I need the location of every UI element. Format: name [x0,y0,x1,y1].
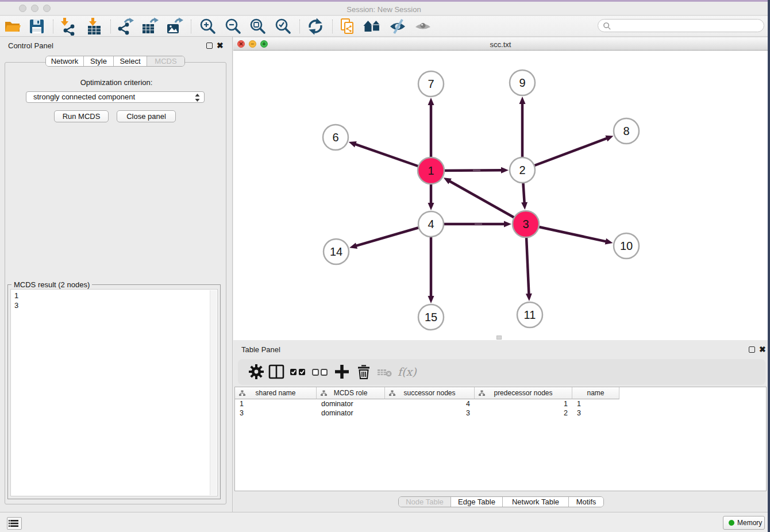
open-file-icon[interactable] [3,17,22,36]
graph-node-label: 15 [425,311,437,323]
table-panel: Table Panel ✖ f(x) [233,340,768,512]
table-cell[interactable]: 1 [475,399,572,408]
main-toolbar [0,16,768,37]
task-history-button[interactable] [7,517,22,530]
settings-gear-icon[interactable] [248,363,265,380]
graph-node-label: 6 [332,131,338,144]
table-panel-title: Table Panel [241,345,280,354]
save-session-icon[interactable] [28,17,46,36]
export-image-icon[interactable] [165,17,184,36]
search-input[interactable] [598,19,764,32]
mcds-result-title: MCDS result (2 nodes) [11,280,92,289]
column-header-label: shared name [255,389,295,397]
deselect-all-rows-icon[interactable] [311,363,328,380]
column-header-shared-name[interactable]: shared name [235,387,317,399]
column-header-MCDS-role[interactable]: MCDS role [317,387,385,399]
table-cell[interactable]: 3 [385,408,475,418]
network-graph: 1234678910111415 [233,51,768,340]
table-cell[interactable]: 3 [235,408,317,418]
column-header-label: name [587,389,604,397]
column-header-predecessor-nodes[interactable]: predecessor nodes [475,387,572,399]
table-header-row: shared nameMCDS rolesuccessor nodesprede… [235,387,619,399]
import-network-icon[interactable] [59,17,77,36]
clone-network-icon[interactable] [338,17,357,36]
column-header-successor-nodes[interactable]: successor nodes [385,387,475,399]
run-mcds-button[interactable]: Run MCDS [54,110,109,122]
export-table-icon[interactable] [141,17,159,36]
column-header-name[interactable]: name [572,387,619,399]
network-window-titlebar: ✕ − + scc.txt [233,38,768,51]
table-cell[interactable]: 1 [235,399,317,408]
table-toolbar: f(x) [238,359,765,385]
mcds-result-values: 1 3 [14,291,18,310]
tab-node-table[interactable]: Node Table [399,497,451,507]
table-cell[interactable]: dominator [317,399,385,408]
table-cell[interactable]: 4 [385,399,475,408]
graph-node-label: 10 [620,240,633,252]
select-all-rows-icon[interactable] [289,363,306,380]
graph-node-label: 3 [522,218,529,230]
toolbar-separator [191,20,191,33]
toolbar-separator [110,20,111,33]
table-cell[interactable]: dominator [317,408,385,418]
toolbar-separator [332,20,333,33]
table-row[interactable]: 1dominator411 [235,399,619,408]
table-cell[interactable]: 3 [572,408,619,418]
memory-status-icon [729,520,734,526]
export-network-icon[interactable] [116,17,134,36]
control-panel: Control Panel ✖ Network Style Select MCD… [0,37,233,512]
zoom-selected-icon[interactable] [274,17,292,36]
graph-node-label: 8 [623,125,629,137]
table-cell[interactable]: 1 [572,399,619,408]
graph-node-label: 14 [330,245,342,258]
refresh-icon[interactable] [306,17,325,36]
function-builder-icon[interactable]: f(x) [398,363,421,380]
home-icon[interactable] [363,17,382,36]
control-panel-title: Control Panel [8,41,53,50]
hide-panel-icon[interactable] [388,17,407,36]
memory-button[interactable]: Memory [723,516,765,530]
canvas-resize-grip[interactable] [496,336,502,340]
zoom-in-icon[interactable] [199,17,217,36]
import-table-icon[interactable] [85,17,103,36]
tab-network[interactable]: Network [46,56,83,66]
tab-network-table[interactable]: Network Table [502,497,568,507]
column-layout-icon[interactable] [268,363,285,380]
mcds-result-area[interactable]: 1 3 [10,289,218,496]
status-bar: Memory [0,512,768,532]
close-panel-button[interactable]: Close panel [117,110,176,122]
optimization-criterion-select[interactable]: strongly connected component [26,91,205,103]
zoom-out-icon[interactable] [224,17,242,36]
desktop-edge-right [768,0,770,532]
float-table-panel-icon[interactable] [749,346,755,353]
show-panel-icon[interactable] [414,17,432,36]
network-view-window: ✕ − + scc.txt 1234678910111415 [233,38,768,340]
add-column-icon[interactable] [333,363,351,380]
network-canvas[interactable]: 1234678910111415 [233,51,768,340]
tab-edge-table[interactable]: Edge Table [451,497,502,507]
optimization-criterion-label: Optimization criterion: [0,78,233,87]
graph-node-label: 1 [428,164,434,177]
tab-style[interactable]: Style [83,56,113,66]
tab-mcds[interactable]: MCDS [147,56,184,66]
tab-motifs[interactable]: Motifs [568,497,603,507]
graph-node-label: 9 [519,76,525,89]
float-panel-icon[interactable] [206,43,213,49]
window-titlebar: Session: New Session [0,2,768,16]
tab-select[interactable]: Select [113,56,147,66]
close-table-panel-icon[interactable]: ✖ [759,346,766,353]
result-scrollbar[interactable] [210,290,217,495]
delete-column-icon[interactable] [376,363,394,380]
delete-row-icon[interactable] [355,363,372,380]
table-panel-tabs: Node Table Edge Table Network Table Moti… [398,496,604,507]
application-window: Session: New Session [0,0,770,532]
node-table: shared nameMCDS rolesuccessor nodesprede… [234,387,767,491]
window-title: Session: New Session [0,5,768,14]
control-panel-tabs: Network Style Select MCDS [45,56,185,67]
table-row[interactable]: 3dominator323 [235,408,619,418]
zoom-fit-icon[interactable] [249,17,267,36]
close-panel-icon[interactable]: ✖ [217,43,224,49]
toolbar-separator [299,20,300,33]
network-window-title: scc.txt [233,40,768,49]
table-cell[interactable]: 2 [475,408,572,418]
